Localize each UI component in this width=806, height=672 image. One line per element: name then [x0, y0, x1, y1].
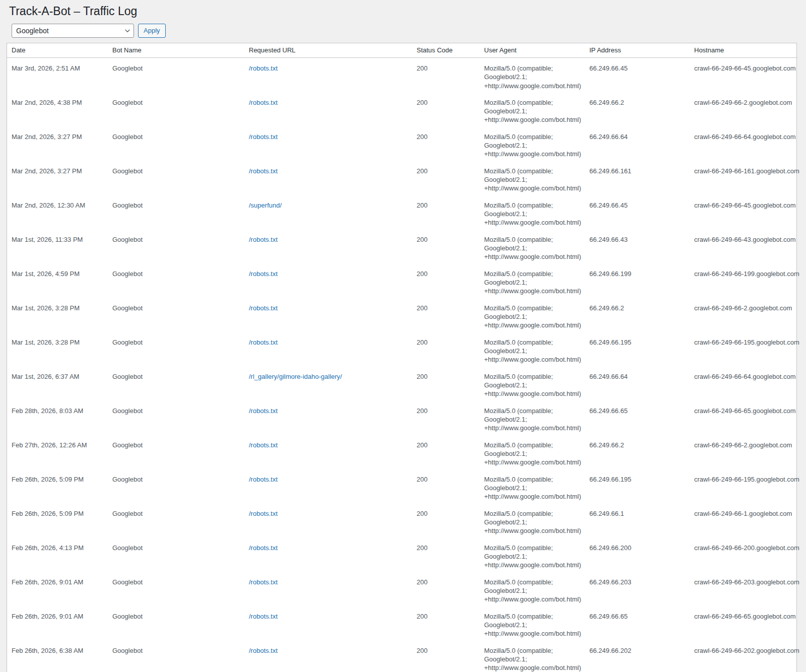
date-cell: Feb 26th, 2026, 5:09 PM	[7, 469, 108, 503]
status-code-cell: 200	[412, 332, 480, 366]
hostname-cell: crawl-66-249-66-43.googlebot.com	[690, 229, 797, 263]
requested-url-cell: /robots.txt	[244, 229, 412, 263]
bot-name-cell: Googlebot	[108, 572, 244, 606]
requested-url-link[interactable]: /robots.txt	[249, 339, 278, 346]
status-code-cell: 200	[412, 435, 480, 469]
requested-url-link[interactable]: /robots.txt	[249, 304, 278, 312]
requested-url-link[interactable]: /robots.txt	[249, 578, 278, 586]
status-code-cell: 200	[412, 606, 480, 640]
date-cell: Feb 26th, 2026, 6:38 AM	[7, 640, 108, 672]
hostname-cell: crawl-66-249-66-195.googlebot.com	[690, 332, 797, 366]
status-code-cell: 200	[412, 263, 480, 298]
bot-name-cell: Googlebot	[108, 435, 244, 469]
hostname-cell: crawl-66-249-66-161.googlebot.com	[690, 161, 797, 195]
requested-url-link[interactable]: /robots.txt	[249, 236, 278, 243]
ip-address-cell: 66.249.66.2	[585, 298, 690, 332]
requested-url-cell: /robots.txt	[244, 161, 412, 195]
requested-url-link[interactable]: /robots.txt	[249, 407, 278, 415]
bot-name-cell: Googlebot	[108, 229, 244, 263]
status-code-cell: 200	[412, 469, 480, 503]
requested-url-cell: /robots.txt	[244, 126, 412, 161]
requested-url-link[interactable]: /robots.txt	[249, 544, 278, 552]
table-row: Mar 2nd, 2026, 4:38 PM Googlebot /robots…	[7, 92, 797, 126]
requested-url-cell: /robots.txt	[244, 537, 412, 572]
column-header: User Agent	[480, 43, 585, 58]
requested-url-link[interactable]: /robots.txt	[249, 647, 278, 654]
requested-url-link[interactable]: /robots.txt	[249, 64, 278, 72]
requested-url-cell: /robots.txt	[244, 332, 412, 366]
user-agent-cell: Mozilla/5.0 (compatible; Googlebot/2.1; …	[480, 161, 585, 195]
user-agent-cell: Mozilla/5.0 (compatible; Googlebot/2.1; …	[480, 435, 585, 469]
table-row: Feb 26th, 2026, 4:13 PM Googlebot /robot…	[7, 537, 797, 572]
column-header: Bot Name	[108, 43, 244, 58]
status-code-cell: 200	[412, 640, 480, 672]
hostname-cell: crawl-66-249-66-2.googlebot.com	[690, 435, 797, 469]
hostname-cell: crawl-66-249-66-195.googlebot.com	[690, 469, 797, 503]
column-header: IP Address	[585, 43, 690, 58]
date-cell: Feb 27th, 2026, 12:26 AM	[7, 435, 108, 469]
date-cell: Mar 1st, 2026, 3:28 PM	[7, 332, 108, 366]
bot-name-cell: Googlebot	[108, 332, 244, 366]
page-title: Track-A-Bot – Traffic Log	[0, 0, 806, 19]
hostname-cell: crawl-66-249-66-2.googlebot.com	[690, 298, 797, 332]
bot-name-cell: Googlebot	[108, 366, 244, 400]
bot-name-cell: Googlebot	[108, 606, 244, 640]
bot-name-cell: Googlebot	[108, 195, 244, 229]
requested-url-link[interactable]: /robots.txt	[249, 99, 278, 106]
bot-name-cell: Googlebot	[108, 92, 244, 126]
requested-url-link[interactable]: /rl_gallery/gilmore-idaho-gallery/	[249, 373, 342, 380]
requested-url-link[interactable]: /robots.txt	[249, 441, 278, 449]
status-code-cell: 200	[412, 366, 480, 400]
date-cell: Mar 2nd, 2026, 3:27 PM	[7, 126, 108, 161]
date-cell: Mar 2nd, 2026, 4:38 PM	[7, 92, 108, 126]
hostname-cell: crawl-66-249-66-203.googlebot.com	[690, 572, 797, 606]
hostname-cell: crawl-66-249-66-45.googlebot.com	[690, 195, 797, 229]
ip-address-cell: 66.249.66.1	[585, 503, 690, 537]
bot-name-cell: Googlebot	[108, 503, 244, 537]
requested-url-link[interactable]: /robots.txt	[249, 613, 278, 620]
table-row: Feb 26th, 2026, 5:09 PM Googlebot /robot…	[7, 503, 797, 537]
requested-url-cell: /robots.txt	[244, 469, 412, 503]
column-header: Date	[7, 43, 108, 58]
user-agent-cell: Mozilla/5.0 (compatible; Googlebot/2.1; …	[480, 366, 585, 400]
table-row: Mar 2nd, 2026, 12:30 AM Googlebot /super…	[7, 195, 797, 229]
bot-name-cell: Googlebot	[108, 640, 244, 672]
ip-address-cell: 66.249.66.202	[585, 640, 690, 672]
ip-address-cell: 66.249.66.64	[585, 126, 690, 161]
user-agent-cell: Mozilla/5.0 (compatible; Googlebot/2.1; …	[480, 263, 585, 298]
ip-address-cell: 66.249.66.195	[585, 332, 690, 366]
table-row: Mar 1st, 2026, 3:28 PM Googlebot /robots…	[7, 332, 797, 366]
requested-url-cell: /robots.txt	[244, 263, 412, 298]
ip-address-cell: 66.249.66.200	[585, 537, 690, 572]
requested-url-link[interactable]: /robots.txt	[249, 270, 278, 278]
user-agent-cell: Mozilla/5.0 (compatible; Googlebot/2.1; …	[480, 229, 585, 263]
requested-url-link[interactable]: /robots.txt	[249, 510, 278, 517]
bot-filter-select[interactable]: Googlebot	[12, 24, 134, 38]
bot-name-cell: Googlebot	[108, 161, 244, 195]
requested-url-link[interactable]: /superfund/	[249, 201, 282, 209]
date-cell: Feb 26th, 2026, 4:13 PM	[7, 537, 108, 572]
user-agent-cell: Mozilla/5.0 (compatible; Googlebot/2.1; …	[480, 572, 585, 606]
requested-url-link[interactable]: /robots.txt	[249, 476, 278, 483]
hostname-cell: crawl-66-249-66-64.googlebot.com	[690, 366, 797, 400]
column-header: Requested URL	[244, 43, 412, 58]
column-header: Status Code	[412, 43, 480, 58]
hostname-cell: crawl-66-249-66-1.googlebot.com	[690, 503, 797, 537]
ip-address-cell: 66.249.66.2	[585, 435, 690, 469]
user-agent-cell: Mozilla/5.0 (compatible; Googlebot/2.1; …	[480, 92, 585, 126]
requested-url-link[interactable]: /robots.txt	[249, 133, 278, 141]
requested-url-cell: /rl_gallery/gilmore-idaho-gallery/	[244, 366, 412, 400]
ip-address-cell: 66.249.66.203	[585, 572, 690, 606]
ip-address-cell: 66.249.66.199	[585, 263, 690, 298]
hostname-cell: crawl-66-249-66-65.googlebot.com	[690, 400, 797, 435]
date-cell: Mar 2nd, 2026, 3:27 PM	[7, 161, 108, 195]
status-code-cell: 200	[412, 161, 480, 195]
status-code-cell: 200	[412, 92, 480, 126]
date-cell: Mar 2nd, 2026, 12:30 AM	[7, 195, 108, 229]
hostname-cell: crawl-66-249-66-2.googlebot.com	[690, 92, 797, 126]
hostname-cell: crawl-66-249-66-202.googlebot.com	[690, 640, 797, 672]
user-agent-cell: Mozilla/5.0 (compatible; Googlebot/2.1; …	[480, 640, 585, 672]
table-row: Feb 26th, 2026, 9:01 AM Googlebot /robot…	[7, 606, 797, 640]
requested-url-link[interactable]: /robots.txt	[249, 167, 278, 175]
apply-button[interactable]: Apply	[138, 24, 166, 38]
